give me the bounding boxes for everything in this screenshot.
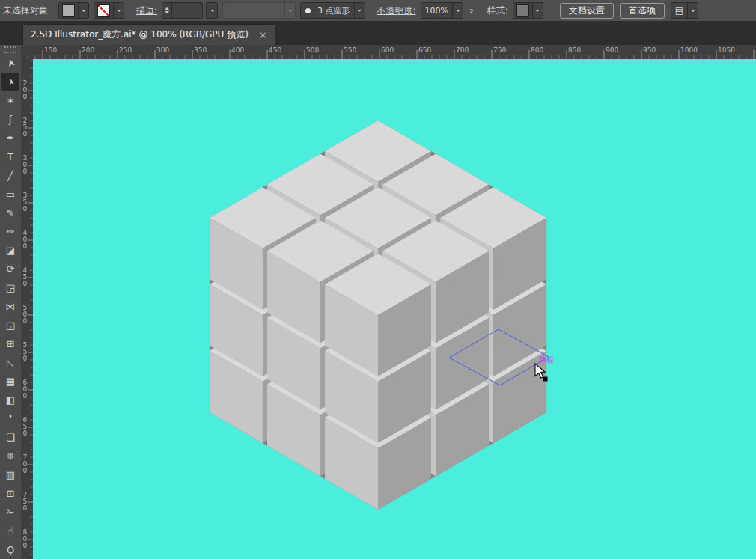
tool-rotate[interactable]: ⟳: [1, 260, 19, 278]
svg-text:0: 0: [23, 467, 28, 474]
svg-text:450: 450: [269, 46, 281, 54]
preferences-button[interactable]: 首选项: [620, 3, 665, 19]
svg-text:0: 0: [23, 280, 28, 287]
workspace: ➤➢✶ʃ✒T╱▭✎✏◪⟳◲⋈◱⊞◺▦◧❜❑❉▥⊡✁☝Ϙ 150200250300…: [0, 45, 756, 559]
svg-text:0: 0: [23, 205, 28, 213]
tool-shape-builder[interactable]: ⊞: [1, 335, 19, 352]
vertical-ruler[interactable]: 200250300350400450500550600650700750800: [21, 59, 34, 559]
tool-eyedropper[interactable]: ❜: [1, 409, 19, 427]
chevron-down-icon: [78, 3, 88, 18]
tool-symbol-sprayer[interactable]: ❉: [1, 447, 19, 465]
svg-text:0: 0: [23, 542, 28, 549]
tool-blend[interactable]: ❑: [1, 428, 19, 446]
chevron-down-icon: [354, 3, 365, 18]
canvas[interactable]: 路径: [33, 59, 756, 559]
svg-text:400: 400: [231, 46, 244, 54]
brush-definition-dropdown[interactable]: 3 点圆形: [300, 2, 365, 19]
eraser-icon: ◪: [6, 245, 15, 256]
svg-text:200: 200: [82, 46, 94, 54]
tool-direct-selection[interactable]: ➢: [1, 73, 19, 91]
chevron-down-icon: [687, 3, 698, 18]
stroke-weight-stepper[interactable]: [162, 2, 203, 19]
chevron-right-icon[interactable]: ›: [469, 4, 474, 16]
stroke-color-dropdown[interactable]: [94, 2, 124, 19]
tool-gradient[interactable]: ◧: [1, 391, 19, 409]
tool-free-transform[interactable]: ◱: [1, 316, 19, 334]
zoom-icon: Ϙ: [7, 544, 14, 555]
tool-mesh[interactable]: ▦: [1, 372, 19, 390]
tool-selection[interactable]: ➤: [1, 54, 19, 72]
style-dropdown[interactable]: [513, 2, 543, 19]
pen-icon: ✒: [7, 132, 15, 144]
hand-icon: ☝: [7, 525, 13, 537]
width-icon: ⋈: [6, 301, 16, 312]
svg-text:900: 900: [606, 46, 618, 54]
chevron-down-icon: [284, 3, 295, 18]
style-swatch: [516, 4, 529, 17]
tool-line-segment[interactable]: ╱: [1, 166, 19, 184]
tool-pencil[interactable]: ✏: [1, 222, 19, 240]
selection-icon: ➤: [4, 58, 16, 68]
svg-text:800: 800: [531, 46, 543, 54]
pencil-icon: ✏: [7, 226, 15, 237]
perspective-grid-icon: ◺: [7, 357, 14, 368]
tool-type[interactable]: T: [1, 147, 19, 165]
svg-text:600: 600: [381, 46, 394, 54]
stroke-weight-input[interactable]: [172, 6, 202, 16]
svg-text:150: 150: [44, 46, 57, 54]
svg-text:0: 0: [23, 355, 28, 362]
chevron-down-icon: [207, 3, 217, 18]
svg-text:950: 950: [643, 46, 656, 54]
gradient-icon: ◧: [6, 394, 15, 406]
chevron-down-icon: [532, 3, 543, 18]
stroke-weight-dropdown[interactable]: [206, 2, 218, 19]
tool-paintbrush[interactable]: ✎: [1, 204, 19, 222]
horizontal-ruler[interactable]: 1502002503003504004505005506006507007508…: [21, 45, 756, 60]
svg-text:700: 700: [456, 46, 469, 54]
rotate-icon: ⟳: [7, 263, 15, 275]
tool-scale[interactable]: ◲: [1, 278, 19, 296]
svg-text:0: 0: [23, 392, 28, 400]
tool-magic-wand[interactable]: ✶: [1, 91, 19, 109]
tab-close-icon[interactable]: ×: [259, 29, 267, 40]
stepper-arrows-icon[interactable]: [162, 3, 172, 18]
svg-text:0: 0: [23, 93, 28, 100]
tool-pen[interactable]: ✒: [1, 129, 19, 147]
stroke-panel-link[interactable]: 描边:: [136, 4, 157, 17]
tool-column-graph[interactable]: ▥: [1, 465, 19, 483]
svg-text:0: 0: [23, 430, 28, 437]
free-transform-icon: ◱: [6, 320, 15, 331]
document-tab[interactable]: 2.5D Illustrator_魔方.ai* @ 100% (RGB/GPU …: [22, 24, 275, 45]
artboard-icon: ⊡: [7, 488, 15, 499]
tool-eraser[interactable]: ◪: [1, 241, 19, 259]
tool-slice[interactable]: ✁: [1, 503, 19, 521]
tool-artboard[interactable]: ⊡: [1, 484, 19, 502]
chevron-down-icon: [113, 3, 124, 18]
workspace-dropdown[interactable]: ▤: [671, 2, 698, 19]
tool-zoom[interactable]: Ϙ: [1, 540, 19, 558]
fill-color-dropdown[interactable]: [58, 2, 89, 19]
document-tab-title: 2.5D Illustrator_魔方.ai* @ 100% (RGB/GPU …: [31, 28, 249, 41]
chevron-down-icon: [452, 3, 463, 18]
opacity-dropdown[interactable]: 100%: [421, 2, 463, 19]
document-setup-button[interactable]: 文档设置: [560, 3, 614, 19]
slice-icon: ✁: [7, 507, 15, 518]
toolbar-grip[interactable]: [4, 46, 16, 53]
brush-name: 3 点圆形: [314, 5, 354, 16]
svg-text:750: 750: [493, 46, 506, 54]
svg-text:0: 0: [23, 168, 28, 175]
opacity-panel-link[interactable]: 不透明度:: [377, 4, 416, 17]
tool-rectangle[interactable]: ▭: [1, 185, 19, 203]
tool-width[interactable]: ⋈: [1, 297, 19, 315]
stroke-none-swatch: [97, 4, 110, 17]
tool-hand[interactable]: ☝: [1, 522, 19, 540]
tab-bar: 2.5D Illustrator_魔方.ai* @ 100% (RGB/GPU …: [0, 21, 756, 45]
tool-perspective-grid[interactable]: ◺: [1, 353, 19, 371]
lasso-icon: ʃ: [9, 114, 12, 125]
svg-text:250: 250: [119, 46, 132, 54]
workspace-icon: ▤: [671, 5, 687, 16]
illustrator-window: 未选择对象 描边: 3 点圆形 不透明度: 100%: [0, 0, 756, 559]
eyedropper-icon: ❜: [9, 413, 12, 424]
tool-lasso[interactable]: ʃ: [1, 110, 19, 128]
artwork-rubiks-cube[interactable]: 路径: [33, 59, 756, 559]
